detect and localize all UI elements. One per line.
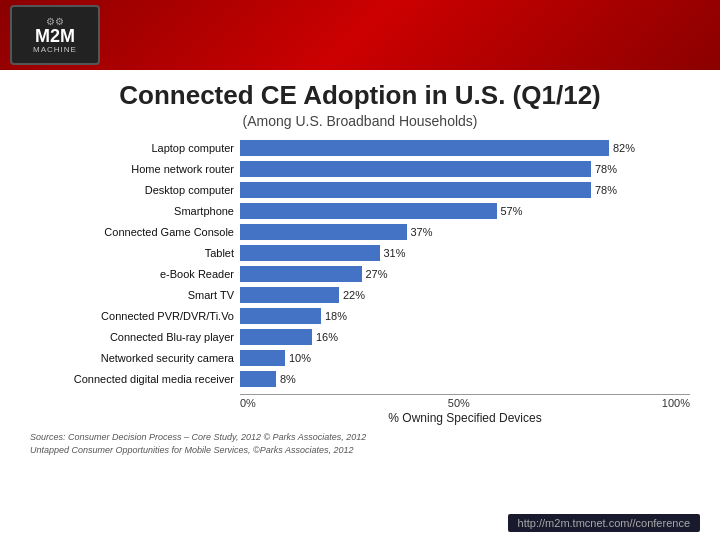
x-axis-title: % Owning Specified Devices xyxy=(240,411,690,425)
bar-row: Connected digital media receiver8% xyxy=(30,370,690,388)
bar-label: Smart TV xyxy=(30,289,240,301)
bar-fill xyxy=(240,161,591,177)
bar-fill xyxy=(240,266,362,282)
bar-track: 31% xyxy=(240,245,690,261)
bar-label: Smartphone xyxy=(30,205,240,217)
bar-row: Networked security camera10% xyxy=(30,349,690,367)
bar-row: Tablet31% xyxy=(30,244,690,262)
bar-value: 57% xyxy=(501,205,523,217)
bar-fill xyxy=(240,350,285,366)
bar-label: Networked security camera xyxy=(30,352,240,364)
bar-fill xyxy=(240,329,312,345)
bar-row: Laptop computer82% xyxy=(30,139,690,157)
bar-value: 22% xyxy=(343,289,365,301)
bar-label: Connected Blu-ray player xyxy=(30,331,240,343)
bar-fill xyxy=(240,245,380,261)
bar-chart: Laptop computer82%Home network router78%… xyxy=(30,139,690,391)
bar-value: 31% xyxy=(384,247,406,259)
bar-label: Laptop computer xyxy=(30,142,240,154)
bar-label: Tablet xyxy=(30,247,240,259)
bar-value: 78% xyxy=(595,184,617,196)
bar-fill xyxy=(240,308,321,324)
bar-label: Connected digital media receiver xyxy=(30,373,240,385)
bar-track: 18% xyxy=(240,308,690,324)
bar-track: 16% xyxy=(240,329,690,345)
bar-track: 8% xyxy=(240,371,690,387)
bar-value: 8% xyxy=(280,373,296,385)
bar-track: 22% xyxy=(240,287,690,303)
main-content: Connected CE Adoption in U.S. (Q1/12) (A… xyxy=(0,70,720,461)
footer-url: http://m2m.tmcnet.com//conference xyxy=(508,514,700,532)
bar-track: 78% xyxy=(240,182,690,198)
bar-row: Connected PVR/DVR/Ti.Vo18% xyxy=(30,307,690,325)
bar-label: Connected PVR/DVR/Ti.Vo xyxy=(30,310,240,322)
bar-track: 82% xyxy=(240,140,690,156)
bar-value: 27% xyxy=(366,268,388,280)
logo-subtext: MACHINE xyxy=(33,45,77,54)
bar-track: 78% xyxy=(240,161,690,177)
bar-fill xyxy=(240,203,497,219)
page-title: Connected CE Adoption in U.S. (Q1/12) xyxy=(30,80,690,111)
bar-track: 27% xyxy=(240,266,690,282)
bar-value: 78% xyxy=(595,163,617,175)
page-subtitle: (Among U.S. Broadband Households) xyxy=(30,113,690,129)
header: ⚙⚙ M2M MACHINE xyxy=(0,0,720,70)
bar-row: Smartphone57% xyxy=(30,202,690,220)
bar-track: 37% xyxy=(240,224,690,240)
chart: Laptop computer82%Home network router78%… xyxy=(30,139,690,425)
bar-fill xyxy=(240,371,276,387)
bar-fill xyxy=(240,287,339,303)
bar-row: Connected Blu-ray player16% xyxy=(30,328,690,346)
bar-value: 18% xyxy=(325,310,347,322)
source-line2: Untapped Consumer Opportunities for Mobi… xyxy=(30,444,690,457)
bar-value: 16% xyxy=(316,331,338,343)
bar-row: Connected Game Console37% xyxy=(30,223,690,241)
axis-mid: 50% xyxy=(256,397,662,409)
sources: Sources: Consumer Decision Process – Cor… xyxy=(30,431,690,456)
bar-label: Home network router xyxy=(30,163,240,175)
x-axis: 0% 50% 100% xyxy=(240,394,690,409)
bar-track: 10% xyxy=(240,350,690,366)
bar-value: 37% xyxy=(411,226,433,238)
bar-row: Home network router78% xyxy=(30,160,690,178)
bar-value: 82% xyxy=(613,142,635,154)
bar-value: 10% xyxy=(289,352,311,364)
axis-start: 0% xyxy=(240,397,256,409)
bar-row: Smart TV22% xyxy=(30,286,690,304)
axis-end: 100% xyxy=(662,397,690,409)
bar-track: 57% xyxy=(240,203,690,219)
bar-row: e-Book Reader27% xyxy=(30,265,690,283)
bar-fill xyxy=(240,224,407,240)
bar-label: Desktop computer xyxy=(30,184,240,196)
bar-row: Desktop computer78% xyxy=(30,181,690,199)
bar-fill xyxy=(240,140,609,156)
bar-label: Connected Game Console xyxy=(30,226,240,238)
logo: ⚙⚙ M2M MACHINE xyxy=(10,5,100,65)
bar-fill xyxy=(240,182,591,198)
bar-label: e-Book Reader xyxy=(30,268,240,280)
source-line1: Sources: Consumer Decision Process – Cor… xyxy=(30,431,690,444)
logo-text: M2M xyxy=(35,27,75,45)
